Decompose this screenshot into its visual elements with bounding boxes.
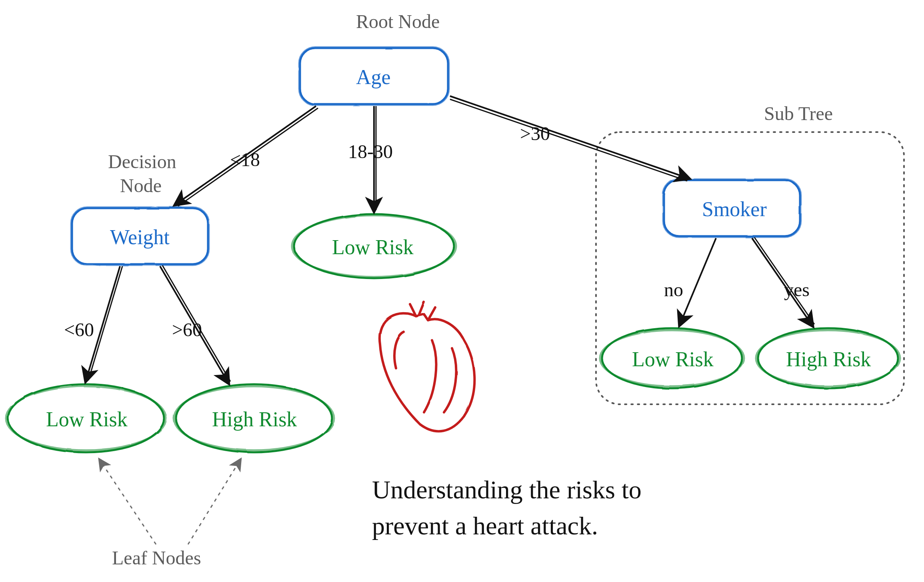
edge-smoker-no [680,238,716,324]
node-lowrisk-right-text: Low Risk [632,348,714,371]
subtree-label: Sub Tree [764,103,833,124]
edge-weight-lt60-label: <60 [64,319,94,340]
caption-line1: Understanding the risks to [372,476,642,504]
decision-node-label-2: Node [120,175,162,196]
node-highrisk-right-text: High Risk [786,348,871,371]
node-lowrisk-left-text: Low Risk [46,408,128,431]
edge-weight-gt60-label: >60 [172,319,202,340]
heart-icon [380,302,474,431]
node-smoker-text: Smoker [702,198,767,221]
edge-smoker-yes-label: yes [784,279,810,300]
svg-line-21 [450,99,687,181]
caption-line2: prevent a heart attack. [372,512,598,540]
leaf-nodes-label: Leaf Nodes [112,547,201,568]
node-age-text: Age [356,66,391,88]
svg-line-26 [680,238,716,324]
edge-age-gt30-label: >30 [520,123,550,144]
node-highrisk-left-text: High Risk [212,408,297,431]
decision-tree-diagram: Root Node Decision Node Sub Tree Leaf No… [0,0,924,582]
node-lowrisk-center-text: Low Risk [332,236,414,259]
leaf-pointer-2 [188,460,240,544]
node-weight-text: Weight [110,226,170,249]
decision-node-label-1: Decision [108,151,176,172]
edge-smoker-no-label: no [664,279,683,300]
edge-age-smoker [450,96,688,181]
root-node-label: Root Node [356,11,440,32]
leaf-pointer-1 [100,460,156,544]
edge-age-lt18-label: <18 [230,149,260,170]
edge-age-1830-label: 18-30 [348,141,393,162]
svg-line-20 [450,96,688,178]
